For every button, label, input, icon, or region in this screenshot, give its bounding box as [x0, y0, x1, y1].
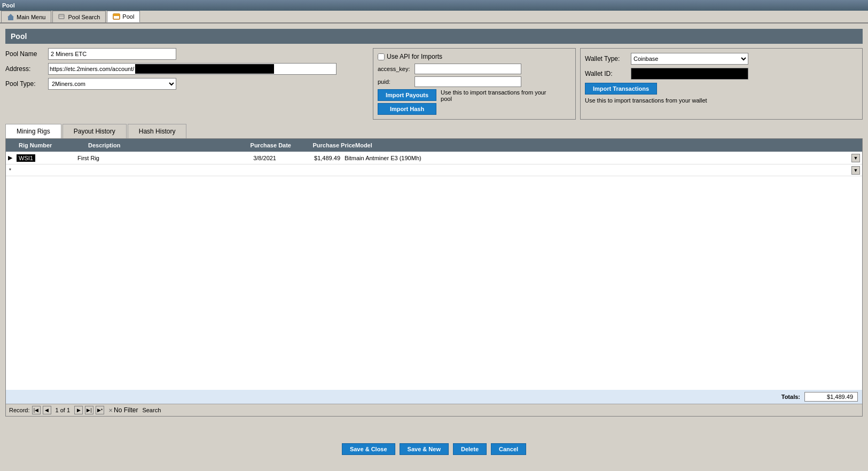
new-purchase-date[interactable] [225, 169, 278, 171]
search-icon [58, 13, 66, 21]
save-close-button[interactable]: Save & Close [342, 443, 395, 455]
table-icon [113, 13, 120, 20]
svg-rect-2 [59, 14, 64, 19]
new-description[interactable] [75, 169, 225, 171]
wallet-import-note: Use this to import transactions from you… [585, 97, 858, 104]
table-row[interactable]: ▶ WSI1 First Rig 3/8/2021 $1,489.49 Bitm… [6, 152, 862, 164]
table-body: ▶ WSI1 First Rig 3/8/2021 $1,489.49 Bitm… [6, 152, 862, 390]
nav-first-btn[interactable]: |◀ [32, 406, 41, 414]
model-dropdown-btn[interactable]: ▼ [851, 154, 860, 162]
tab-pool-search-label: Pool Search [68, 14, 100, 20]
tab-hash-history[interactable]: Hash History [128, 124, 187, 138]
wallet-id-row: Wallet ID: [585, 68, 858, 80]
access-key-input[interactable] [415, 64, 521, 74]
nav-prev-btn[interactable]: ◀ [43, 406, 51, 414]
save-new-button[interactable]: Save & New [400, 443, 449, 455]
tab-payout-history[interactable]: Payout History [62, 124, 127, 138]
pool-type-row: Pool Type: 2Miners.com Ethermine Flexpoo… [5, 78, 369, 90]
address-prefix: https://etc.2miners.com/account/ [49, 66, 135, 72]
record-info: 1 of 1 [53, 407, 73, 413]
import-payouts-button[interactable]: Import Payouts [378, 89, 436, 101]
cancel-button[interactable]: Cancel [491, 443, 526, 455]
header-description: Description [88, 142, 238, 148]
cell-purchase-price: $1,489.49 [278, 154, 342, 162]
import-pool-note: Use this to import transactions from you… [441, 89, 548, 102]
wallet-import-note-text: Use this to import transactions from you… [585, 97, 707, 104]
import-transactions-button[interactable]: Import Transactions [585, 83, 657, 95]
address-redacted [135, 64, 274, 74]
tab-pool-search[interactable]: Pool Search [52, 11, 106, 22]
form-left: Pool Name Address: https://etc.2miners.c… [5, 48, 369, 120]
tab-payout-history-label: Payout History [74, 128, 115, 135]
wallet-type-row: Wallet Type: Coinbase Binance Kraken Cus… [585, 53, 858, 65]
tab-pool-label: Pool [122, 13, 134, 20]
import-buttons-col: Import Payouts Import Hash [378, 89, 436, 115]
table-header: Rig Number Description Purchase Date Pur… [6, 139, 862, 152]
new-model[interactable]: ▼ [342, 165, 862, 176]
import-hash-button[interactable]: Import Hash [378, 103, 436, 115]
access-key-label: access_key: [378, 66, 412, 72]
inner-tabs: Mining Rigs Payout History Hash History [5, 124, 863, 138]
tab-main-menu-label: Main Menu [17, 14, 45, 20]
header-model: Model [355, 142, 858, 148]
title-bar-text: Pool [2, 2, 15, 9]
access-key-row: access_key: [378, 64, 571, 74]
asterisk-indicator: * [6, 167, 14, 174]
wallet-id-redacted [631, 68, 748, 80]
nav-last-btn[interactable]: ▶| [85, 406, 93, 414]
tab-pool[interactable]: Pool [107, 11, 140, 22]
pool-name-input[interactable] [48, 48, 176, 60]
tab-mining-rigs-label: Mining Rigs [17, 128, 50, 135]
svg-rect-5 [113, 14, 120, 16]
puid-label: puid: [378, 78, 412, 85]
api-section: Use API for Imports access_key: puid: Im… [373, 48, 576, 120]
form-section: Pool Name Address: https://etc.2miners.c… [5, 48, 863, 120]
cell-description: First Rig [75, 154, 225, 162]
totals-value: $1,489.49 [804, 392, 858, 402]
new-purchase-price[interactable] [278, 169, 342, 171]
no-filter-icon: ✕ [108, 407, 113, 413]
pool-name-row: Pool Name [5, 48, 369, 60]
tab-main-menu[interactable]: Main Menu [1, 11, 51, 22]
tab-hash-history-label: Hash History [139, 128, 176, 135]
rig-tag: WSI1 [17, 154, 35, 162]
page-title: Pool [5, 29, 863, 44]
cell-purchase-date: 3/8/2021 [225, 154, 278, 162]
header-rig-number: Rig Number [19, 142, 88, 148]
record-label: Record: [9, 407, 30, 413]
wallet-section: Wallet Type: Coinbase Binance Kraken Cus… [580, 48, 863, 120]
import-transactions-row: Import Transactions [585, 83, 858, 95]
tab-mining-rigs[interactable]: Mining Rigs [5, 124, 61, 138]
table-empty-space [6, 176, 862, 390]
pool-type-select[interactable]: 2Miners.com Ethermine Flexpool Nicehash … [48, 78, 176, 90]
address-row: Address: https://etc.2miners.com/account… [5, 63, 369, 75]
header-purchase-date: Purchase Date [238, 142, 291, 148]
totals-row: Totals: $1,489.49 [6, 390, 862, 404]
pool-type-label: Pool Type: [5, 80, 48, 88]
row-indicator: ▶ [6, 154, 14, 161]
nav-next-btn[interactable]: ▶ [74, 406, 83, 414]
search-link[interactable]: Search [142, 407, 161, 413]
svg-rect-0 [8, 17, 13, 20]
import-buttons-row: Import Payouts Import Hash Use this to i… [378, 89, 571, 115]
svg-marker-1 [7, 14, 14, 17]
puid-row: puid: [378, 76, 571, 87]
model-text: Bitmain Antminer E3 (190Mh) [345, 155, 421, 161]
delete-button[interactable]: Delete [453, 443, 487, 455]
new-model-dropdown-btn[interactable]: ▼ [851, 166, 860, 175]
new-record-row[interactable]: * ▼ [6, 164, 862, 176]
no-filter: ✕ No Filter [108, 406, 138, 414]
wallet-type-select[interactable]: Coinbase Binance Kraken Custom [631, 53, 748, 65]
mining-rigs-table: Rig Number Description Purchase Date Pur… [5, 138, 863, 417]
tab-bar: Main Menu Pool Search Pool [0, 11, 868, 23]
use-api-checkbox[interactable] [378, 53, 385, 60]
address-label: Address: [5, 65, 48, 73]
pool-name-label: Pool Name [5, 50, 48, 58]
nav-new-btn[interactable]: ▶* [96, 406, 104, 414]
wallet-id-label: Wallet ID: [585, 70, 628, 77]
puid-input[interactable] [415, 76, 521, 87]
record-nav: Record: |◀ ◀ 1 of 1 ▶ ▶| ▶* ✕ No Filter … [6, 404, 862, 416]
totals-label: Totals: [781, 394, 800, 400]
new-rig-number[interactable] [14, 169, 75, 171]
title-bar: Pool [0, 0, 868, 11]
